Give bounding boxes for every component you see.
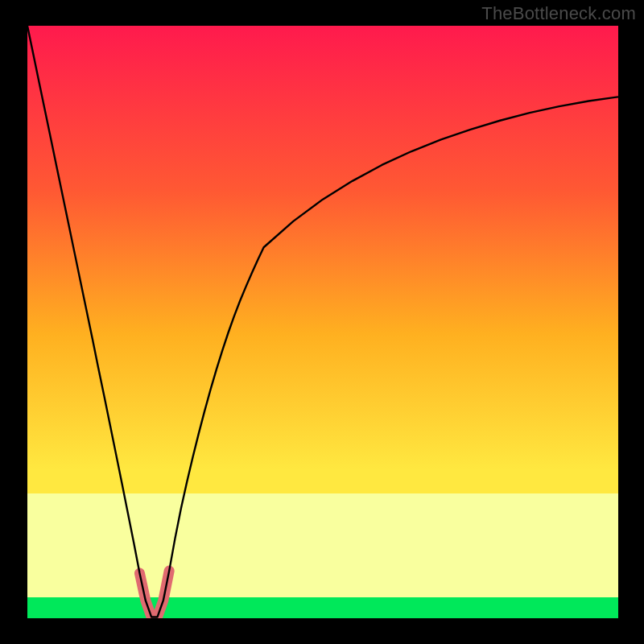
watermark-text: TheBottleneck.com <box>481 3 636 24</box>
gradient-background <box>27 26 618 618</box>
chart-svg <box>27 26 618 618</box>
chart-frame: TheBottleneck.com <box>0 0 644 644</box>
plot-area <box>27 26 618 618</box>
